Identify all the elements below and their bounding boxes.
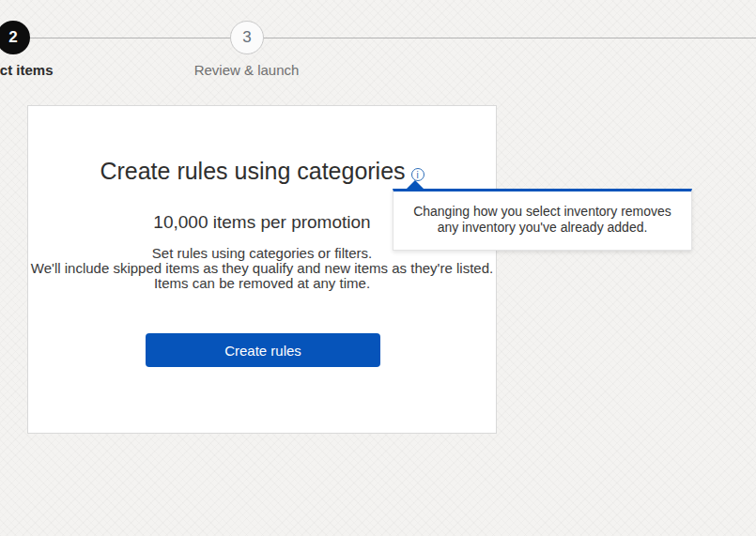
- info-icon[interactable]: i: [411, 168, 424, 181]
- rules-description-text: Set rules using categories or filters. W…: [28, 246, 496, 291]
- card-title-text: Create rules using categories: [100, 158, 405, 184]
- step-indicator-review-launch: 3: [230, 21, 264, 54]
- step-label-select-items: Select items: [0, 62, 54, 78]
- stepper-connector-line: [0, 38, 756, 38]
- card-title: Create rules using categoriesi: [28, 158, 496, 185]
- step-indicator-select-items: 2: [0, 21, 30, 54]
- wizard-screen: 2 Select items 3 Review & launch Create …: [0, 0, 756, 536]
- tooltip-arrow-icon: [406, 180, 424, 190]
- tooltip-text: Changing how you select inventory remove…: [393, 191, 691, 250]
- info-tooltip: Changing how you select inventory remove…: [393, 189, 692, 251]
- create-rules-card: Create rules using categoriesi 10,000 it…: [27, 105, 497, 434]
- create-rules-button[interactable]: Create rules: [146, 333, 380, 367]
- step-label-review-launch: Review & launch: [150, 62, 343, 78]
